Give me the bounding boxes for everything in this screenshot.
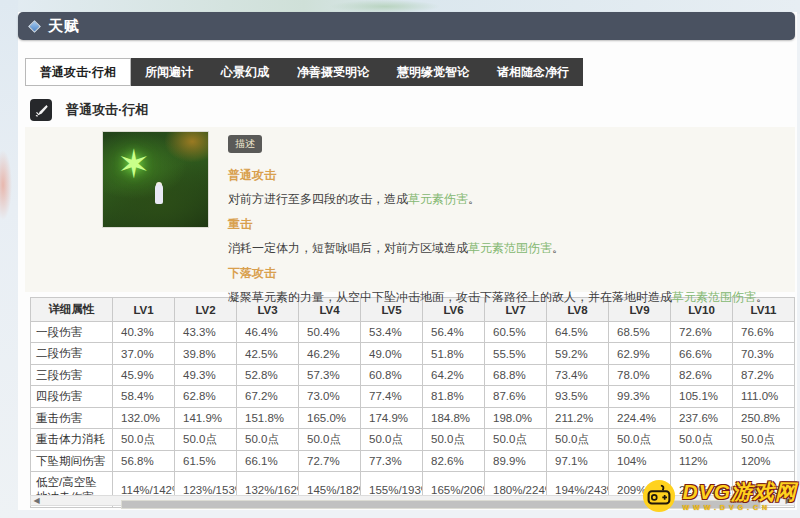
stat-value-cell: 77.4% [361,386,423,407]
stat-value-cell: 42.5% [237,343,299,364]
stat-value-cell: 64.5% [547,322,609,343]
stat-value-cell: 184.8% [423,407,485,428]
stat-value-cell: 50.0点 [733,428,795,450]
element-damage-link[interactable]: 草元素伤害 [408,192,468,206]
normal-attack-sword-icon [30,99,52,121]
stat-value-cell: 56.4% [423,322,485,343]
stat-value-cell: 46.4% [237,322,299,343]
stat-value-cell: 250.8% [733,407,795,428]
stat-row-label: 重击伤害 [31,407,113,428]
talent-tab-inactive[interactable]: 所闻遍计 [131,58,207,86]
description-block: 重击 消耗一定体力，短暂咏唱后，对前方区域造成草元素范围伤害。 [228,216,768,257]
attack-mode-heading: 重击 [228,216,768,233]
description-block: 普通攻击 对前方进行至多四段的攻击，造成草元素伤害。 [228,167,768,208]
talent-tab-inactive[interactable]: 净善摄受明论 [283,58,383,86]
stat-value-cell: 120% [733,450,795,471]
stat-value-cell: 237.6% [671,407,733,428]
content-panel: 天赋 普通攻击·行相所闻遍计心景幻成净善摄受明论慧明缘觉智论诸相随念净行 普通攻… [18,12,797,510]
stat-row-label: 三段伤害 [31,364,113,385]
element-damage-link[interactable]: 草元素范围伤害 [468,241,552,255]
stat-value-cell: 66.1% [237,450,299,471]
stat-value-cell: 37.0% [113,343,175,364]
stat-value-cell: 224.4% [609,407,671,428]
element-damage-link[interactable]: 草元素范围伤害 [672,290,756,304]
table-row: 二段伤害37.0%39.8%42.5%46.2%49.0%51.8%55.5%5… [31,343,795,364]
stat-value-cell: 87.6% [485,386,547,407]
stat-value-cell: 50.0点 [547,428,609,450]
stat-value-cell: 50.0点 [237,428,299,450]
talent-tab-inactive[interactable]: 慧明缘觉智论 [383,58,483,86]
stat-value-cell: 68.8% [485,364,547,385]
diamond-icon [28,20,41,33]
stat-value-cell: 50.0点 [609,428,671,450]
stat-row-label: 二段伤害 [31,343,113,364]
table-row: 重击伤害132.0%141.9%151.8%165.0%174.9%184.8%… [31,407,795,428]
stat-value-cell: 52.8% [237,364,299,385]
talent-tab-active[interactable]: 普通攻击·行相 [25,58,131,86]
stat-value-cell: 93.5% [547,386,609,407]
stat-value-cell: 50.0点 [423,428,485,450]
stat-value-cell: 62.8% [175,386,237,407]
stat-value-cell: 60.8% [361,364,423,385]
stat-value-cell: 60.5% [485,322,547,343]
stat-value-cell: 97.1% [547,450,609,471]
table-row: 重击体力消耗50.0点50.0点50.0点50.0点50.0点50.0点50.0… [31,428,795,450]
scroll-left-arrow[interactable]: ◀ [31,496,42,505]
table-row: 三段伤害45.9%49.3%52.8%57.3%60.8%64.2%68.8%7… [31,364,795,385]
stat-value-cell: 49.3% [175,364,237,385]
stat-value-cell: 55.5% [485,343,547,364]
stat-value-cell: 50.0点 [175,428,237,450]
stat-value-cell: 58.4% [113,386,175,407]
stat-value-cell: 165.0% [299,407,361,428]
site-watermark: DVG游戏网 WWW.DVG.CN [642,479,797,513]
stat-value-cell: 198.0% [485,407,547,428]
stat-value-cell: 40.3% [113,322,175,343]
stat-value-cell: 73.0% [299,386,361,407]
stat-value-cell: 50.4% [299,322,361,343]
stat-value-cell: 49.0% [361,343,423,364]
talent-tab-inactive[interactable]: 心景幻成 [207,58,283,86]
attack-mode-heading: 下落攻击 [228,265,768,282]
talent-tabbar: 普通攻击·行相所闻遍计心景幻成净善摄受明论慧明缘觉智论诸相随念净行 [25,58,583,86]
stat-value-cell: 43.3% [175,322,237,343]
stat-value-cell: 50.0点 [485,428,547,450]
stat-value-cell: 78.0% [609,364,671,385]
stat-value-cell: 51.8% [423,343,485,364]
stat-value-cell: 59.2% [547,343,609,364]
stat-value-cell: 50.0点 [671,428,733,450]
stat-value-cell: 76.6% [733,322,795,343]
stat-value-cell: 151.8% [237,407,299,428]
stat-value-cell: 66.6% [671,343,733,364]
attack-mode-text: 对前方进行至多四段的攻击，造成草元素伤害。 [228,190,768,208]
stat-value-cell: 50.0点 [361,428,423,450]
stat-value-cell: 45.9% [113,364,175,385]
stat-row-label: 重击体力消耗 [31,428,113,450]
stat-value-cell: 56.8% [113,450,175,471]
skill-description-panel: ✶ 描述 普通攻击 对前方进行至多四段的攻击，造成草元素伤害。 重击 消耗一定体… [25,127,795,292]
stat-value-cell: 50.0点 [113,428,175,450]
table-row: 一段伤害40.3%43.3%46.4%50.4%53.4%56.4%60.5%6… [31,322,795,343]
skill-description-content: 描述 普通攻击 对前方进行至多四段的攻击，造成草元素伤害。 重击 消耗一定体力，… [209,127,782,292]
stat-value-cell: 72.6% [671,322,733,343]
stat-value-cell: 39.8% [175,343,237,364]
attack-mode-text: 消耗一定体力，短暂咏唱后，对前方区域造成草元素范围伤害。 [228,239,768,257]
stat-value-cell: 112% [671,450,733,471]
stat-value-cell: 82.6% [423,450,485,471]
section-header: 普通攻击·行相 [30,98,797,122]
description-badge: 描述 [228,135,262,153]
stat-value-cell: 99.3% [609,386,671,407]
skill-preview-thumbnail[interactable]: ✶ [102,131,209,228]
character-figure [155,184,163,204]
talent-header-bar: 天赋 [18,12,795,40]
stat-row-label: 下坠期间伤害 [31,450,113,471]
stat-value-cell: 57.3% [299,364,361,385]
stat-value-cell: 73.4% [547,364,609,385]
table-column-header: 详细属性 [31,298,113,322]
stat-value-cell: 111.0% [733,386,795,407]
watermark-title: DVG游戏网 [682,481,797,502]
stat-value-cell: 105.1% [671,386,733,407]
stat-value-cell: 61.5% [175,450,237,471]
stat-value-cell: 81.8% [423,386,485,407]
page-background-left [0,0,18,518]
talent-tab-inactive[interactable]: 诸相随念净行 [483,58,583,86]
